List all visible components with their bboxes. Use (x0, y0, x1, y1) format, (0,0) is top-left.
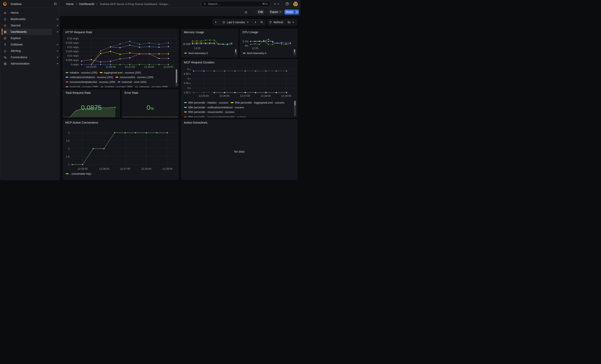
svg-text:12:29:00: 12:29:00 (162, 167, 172, 170)
svg-text:12:27:00: 12:27:00 (240, 94, 250, 97)
svg-text:0%: 0% (245, 44, 249, 47)
svg-text:0.2%: 0.2% (242, 40, 249, 43)
svg-text:12:28:00: 12:28:00 (144, 65, 154, 68)
svg-text:12:25:00: 12:25:00 (199, 94, 209, 97)
svg-text:0.01 req/s: 0.01 req/s (67, 54, 79, 57)
svg-text:12:26:00: 12:26:00 (220, 94, 230, 97)
svg-text:12:26:00: 12:26:00 (106, 65, 116, 68)
svg-text:4.50 s: 4.50 s (184, 72, 191, 75)
svg-text:12:27:00: 12:27:00 (120, 167, 130, 170)
svg-text:12:25:00: 12:25:00 (86, 65, 96, 68)
svg-text:12:28:00: 12:28:00 (260, 94, 271, 97)
svg-text:12:25: 12:25 (194, 47, 200, 50)
svg-text:0 req/s: 0 req/s (71, 63, 79, 66)
svg-text:12:29:00: 12:29:00 (281, 94, 291, 97)
svg-text:0.025 req/s: 0.025 req/s (66, 41, 79, 44)
svg-text:12:26:00: 12:26:00 (99, 167, 109, 170)
svg-text:12:28:00: 12:28:00 (141, 167, 151, 170)
svg-text:5 s: 5 s (187, 68, 191, 71)
svg-text:12:25:00: 12:25:00 (78, 167, 88, 170)
svg-text:0.015 req/s: 0.015 req/s (66, 50, 79, 53)
svg-text:12:27:00: 12:27:00 (125, 65, 135, 68)
svg-text:1: 1 (68, 163, 70, 166)
svg-text:1.5: 1.5 (66, 155, 70, 158)
svg-text:12:25: 12:25 (252, 47, 258, 50)
svg-text:2.5: 2.5 (66, 139, 70, 142)
svg-text:12:29:00: 12:29:00 (163, 65, 173, 68)
svg-text:2: 2 (68, 147, 70, 150)
svg-text:0.005 req/s: 0.005 req/s (66, 59, 79, 62)
svg-text:16 MiB: 16 MiB (183, 42, 190, 46)
svg-text:3 s: 3 s (187, 87, 191, 89)
svg-text:0.03 req/s: 0.03 req/s (67, 37, 79, 40)
svg-text:4 s: 4 s (187, 77, 191, 80)
svg-text:3: 3 (68, 131, 70, 134)
svg-text:2.50 s: 2.50 s (184, 91, 191, 94)
svg-text:0.02 req/s: 0.02 req/s (67, 46, 79, 49)
svg-text:3.50 s: 3.50 s (184, 82, 191, 85)
